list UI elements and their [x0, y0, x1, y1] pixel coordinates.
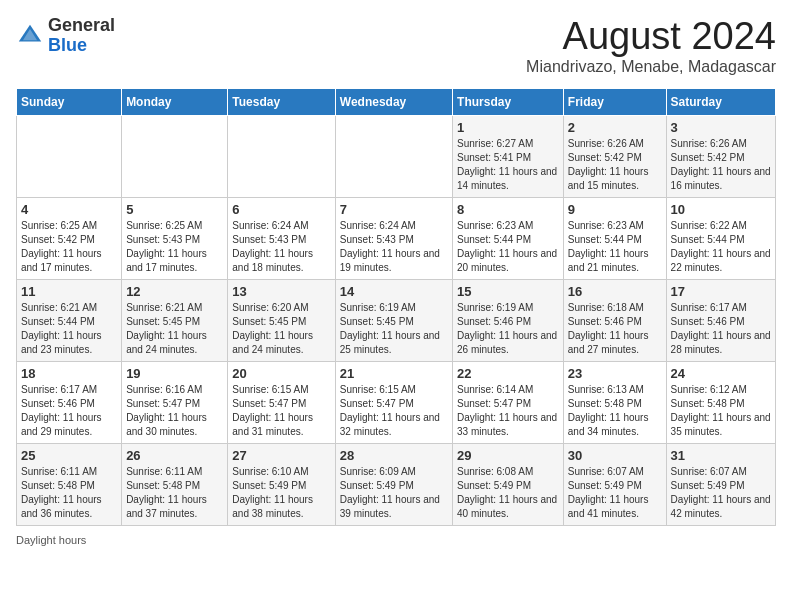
calendar-cell: 3Sunrise: 6:26 AM Sunset: 5:42 PM Daylig…: [666, 115, 775, 197]
day-number: 7: [340, 202, 448, 217]
day-info: Sunrise: 6:10 AM Sunset: 5:49 PM Dayligh…: [232, 465, 330, 521]
day-number: 22: [457, 366, 559, 381]
calendar-cell: 17Sunrise: 6:17 AM Sunset: 5:46 PM Dayli…: [666, 279, 775, 361]
day-info: Sunrise: 6:19 AM Sunset: 5:46 PM Dayligh…: [457, 301, 559, 357]
calendar-cell: 23Sunrise: 6:13 AM Sunset: 5:48 PM Dayli…: [563, 361, 666, 443]
day-number: 24: [671, 366, 771, 381]
calendar-cell: 4Sunrise: 6:25 AM Sunset: 5:42 PM Daylig…: [17, 197, 122, 279]
calendar-week-row: 18Sunrise: 6:17 AM Sunset: 5:46 PM Dayli…: [17, 361, 776, 443]
day-number: 25: [21, 448, 117, 463]
calendar-cell: 2Sunrise: 6:26 AM Sunset: 5:42 PM Daylig…: [563, 115, 666, 197]
day-info: Sunrise: 6:24 AM Sunset: 5:43 PM Dayligh…: [232, 219, 330, 275]
logo-blue: Blue: [48, 35, 87, 55]
day-number: 31: [671, 448, 771, 463]
day-number: 21: [340, 366, 448, 381]
day-number: 13: [232, 284, 330, 299]
day-info: Sunrise: 6:21 AM Sunset: 5:44 PM Dayligh…: [21, 301, 117, 357]
footer: Daylight hours: [16, 534, 776, 546]
calendar-cell: 6Sunrise: 6:24 AM Sunset: 5:43 PM Daylig…: [228, 197, 335, 279]
calendar-cell: [122, 115, 228, 197]
weekday-header: Saturday: [666, 88, 775, 115]
calendar-cell: 1Sunrise: 6:27 AM Sunset: 5:41 PM Daylig…: [453, 115, 564, 197]
day-number: 17: [671, 284, 771, 299]
calendar-cell: 31Sunrise: 6:07 AM Sunset: 5:49 PM Dayli…: [666, 443, 775, 525]
calendar-table: SundayMondayTuesdayWednesdayThursdayFrid…: [16, 88, 776, 526]
day-number: 3: [671, 120, 771, 135]
day-info: Sunrise: 6:27 AM Sunset: 5:41 PM Dayligh…: [457, 137, 559, 193]
calendar-cell: 24Sunrise: 6:12 AM Sunset: 5:48 PM Dayli…: [666, 361, 775, 443]
weekday-header: Thursday: [453, 88, 564, 115]
calendar-cell: 18Sunrise: 6:17 AM Sunset: 5:46 PM Dayli…: [17, 361, 122, 443]
day-info: Sunrise: 6:07 AM Sunset: 5:49 PM Dayligh…: [671, 465, 771, 521]
day-info: Sunrise: 6:23 AM Sunset: 5:44 PM Dayligh…: [457, 219, 559, 275]
day-number: 27: [232, 448, 330, 463]
weekday-header: Tuesday: [228, 88, 335, 115]
page-title: August 2024: [526, 16, 776, 58]
day-info: Sunrise: 6:15 AM Sunset: 5:47 PM Dayligh…: [232, 383, 330, 439]
title-area: August 2024 Miandrivazo, Menabe, Madagas…: [526, 16, 776, 76]
day-info: Sunrise: 6:17 AM Sunset: 5:46 PM Dayligh…: [21, 383, 117, 439]
calendar-cell: 22Sunrise: 6:14 AM Sunset: 5:47 PM Dayli…: [453, 361, 564, 443]
day-number: 8: [457, 202, 559, 217]
weekday-header: Wednesday: [335, 88, 452, 115]
day-number: 10: [671, 202, 771, 217]
day-info: Sunrise: 6:26 AM Sunset: 5:42 PM Dayligh…: [568, 137, 662, 193]
day-info: Sunrise: 6:20 AM Sunset: 5:45 PM Dayligh…: [232, 301, 330, 357]
header: General Blue August 2024 Miandrivazo, Me…: [16, 16, 776, 76]
weekday-header-row: SundayMondayTuesdayWednesdayThursdayFrid…: [17, 88, 776, 115]
day-number: 30: [568, 448, 662, 463]
day-info: Sunrise: 6:13 AM Sunset: 5:48 PM Dayligh…: [568, 383, 662, 439]
calendar-cell: [17, 115, 122, 197]
calendar-week-row: 11Sunrise: 6:21 AM Sunset: 5:44 PM Dayli…: [17, 279, 776, 361]
day-number: 15: [457, 284, 559, 299]
calendar-cell: 11Sunrise: 6:21 AM Sunset: 5:44 PM Dayli…: [17, 279, 122, 361]
calendar-cell: [228, 115, 335, 197]
day-info: Sunrise: 6:26 AM Sunset: 5:42 PM Dayligh…: [671, 137, 771, 193]
day-number: 18: [21, 366, 117, 381]
day-number: 4: [21, 202, 117, 217]
day-info: Sunrise: 6:25 AM Sunset: 5:42 PM Dayligh…: [21, 219, 117, 275]
calendar-cell: 16Sunrise: 6:18 AM Sunset: 5:46 PM Dayli…: [563, 279, 666, 361]
calendar-cell: 26Sunrise: 6:11 AM Sunset: 5:48 PM Dayli…: [122, 443, 228, 525]
day-info: Sunrise: 6:11 AM Sunset: 5:48 PM Dayligh…: [126, 465, 223, 521]
day-number: 9: [568, 202, 662, 217]
calendar-week-row: 25Sunrise: 6:11 AM Sunset: 5:48 PM Dayli…: [17, 443, 776, 525]
calendar-cell: 9Sunrise: 6:23 AM Sunset: 5:44 PM Daylig…: [563, 197, 666, 279]
page-subtitle: Miandrivazo, Menabe, Madagascar: [526, 58, 776, 76]
logo-general: General: [48, 15, 115, 35]
day-number: 1: [457, 120, 559, 135]
day-info: Sunrise: 6:18 AM Sunset: 5:46 PM Dayligh…: [568, 301, 662, 357]
day-number: 28: [340, 448, 448, 463]
day-number: 12: [126, 284, 223, 299]
calendar-cell: [335, 115, 452, 197]
day-info: Sunrise: 6:23 AM Sunset: 5:44 PM Dayligh…: [568, 219, 662, 275]
calendar-week-row: 1Sunrise: 6:27 AM Sunset: 5:41 PM Daylig…: [17, 115, 776, 197]
calendar-cell: 8Sunrise: 6:23 AM Sunset: 5:44 PM Daylig…: [453, 197, 564, 279]
day-number: 20: [232, 366, 330, 381]
day-info: Sunrise: 6:22 AM Sunset: 5:44 PM Dayligh…: [671, 219, 771, 275]
calendar-week-row: 4Sunrise: 6:25 AM Sunset: 5:42 PM Daylig…: [17, 197, 776, 279]
calendar-cell: 27Sunrise: 6:10 AM Sunset: 5:49 PM Dayli…: [228, 443, 335, 525]
calendar-cell: 5Sunrise: 6:25 AM Sunset: 5:43 PM Daylig…: [122, 197, 228, 279]
calendar-cell: 29Sunrise: 6:08 AM Sunset: 5:49 PM Dayli…: [453, 443, 564, 525]
day-info: Sunrise: 6:16 AM Sunset: 5:47 PM Dayligh…: [126, 383, 223, 439]
day-number: 26: [126, 448, 223, 463]
day-number: 2: [568, 120, 662, 135]
calendar-cell: 25Sunrise: 6:11 AM Sunset: 5:48 PM Dayli…: [17, 443, 122, 525]
day-info: Sunrise: 6:25 AM Sunset: 5:43 PM Dayligh…: [126, 219, 223, 275]
calendar-cell: 15Sunrise: 6:19 AM Sunset: 5:46 PM Dayli…: [453, 279, 564, 361]
calendar-cell: 21Sunrise: 6:15 AM Sunset: 5:47 PM Dayli…: [335, 361, 452, 443]
calendar-cell: 10Sunrise: 6:22 AM Sunset: 5:44 PM Dayli…: [666, 197, 775, 279]
calendar-cell: 19Sunrise: 6:16 AM Sunset: 5:47 PM Dayli…: [122, 361, 228, 443]
day-info: Sunrise: 6:19 AM Sunset: 5:45 PM Dayligh…: [340, 301, 448, 357]
day-info: Sunrise: 6:07 AM Sunset: 5:49 PM Dayligh…: [568, 465, 662, 521]
logo-text: General Blue: [48, 16, 115, 56]
day-number: 19: [126, 366, 223, 381]
day-info: Sunrise: 6:14 AM Sunset: 5:47 PM Dayligh…: [457, 383, 559, 439]
day-info: Sunrise: 6:24 AM Sunset: 5:43 PM Dayligh…: [340, 219, 448, 275]
day-number: 14: [340, 284, 448, 299]
calendar-cell: 12Sunrise: 6:21 AM Sunset: 5:45 PM Dayli…: [122, 279, 228, 361]
calendar-cell: 30Sunrise: 6:07 AM Sunset: 5:49 PM Dayli…: [563, 443, 666, 525]
day-info: Sunrise: 6:17 AM Sunset: 5:46 PM Dayligh…: [671, 301, 771, 357]
calendar-cell: 20Sunrise: 6:15 AM Sunset: 5:47 PM Dayli…: [228, 361, 335, 443]
